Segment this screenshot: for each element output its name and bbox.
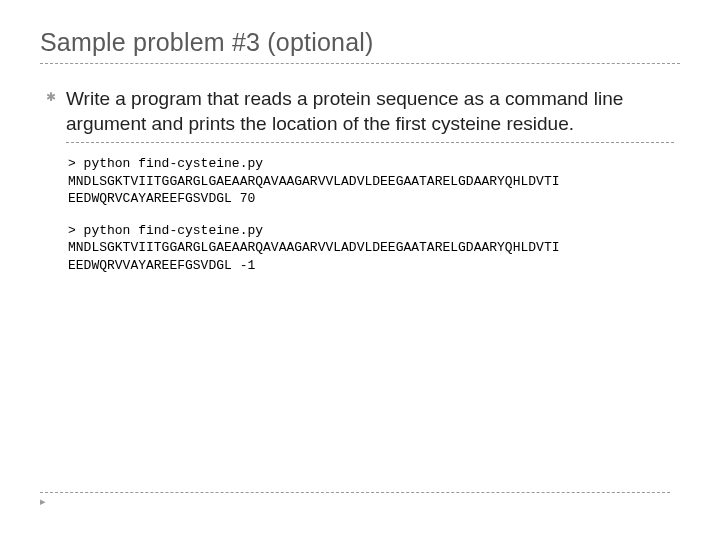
code-block-2: > python find-cysteine.py MNDLSGKTVIITGG… xyxy=(68,222,674,275)
bullet-item: ✱ Write a program that reads a protein s… xyxy=(46,86,674,143)
slide: Sample problem #3 (optional) ✱ Write a p… xyxy=(0,0,720,540)
slide-body: ✱ Write a program that reads a protein s… xyxy=(40,86,680,274)
code-line: MNDLSGKTVIITGGARGLGAEAARQAVAAGARVVLADVLD… xyxy=(68,173,674,191)
footer-divider: ▸ xyxy=(40,492,670,506)
title-block: Sample problem #3 (optional) xyxy=(40,28,680,64)
triangle-icon: ▸ xyxy=(40,496,46,507)
slide-title: Sample problem #3 (optional) xyxy=(40,28,680,57)
code-line: > python find-cysteine.py xyxy=(68,155,674,173)
code-line: > python find-cysteine.py xyxy=(68,222,674,240)
code-line: EEDWQRVCAYAREEFGSVDGL 70 xyxy=(68,190,674,208)
bullet-text: Write a program that reads a protein seq… xyxy=(66,86,674,143)
code-line: MNDLSGKTVIITGGARGLGAEAARQAVAAGARVVLADVLD… xyxy=(68,239,674,257)
asterisk-icon: ✱ xyxy=(46,91,56,103)
code-line: EEDWQRVVAYAREEFGSVDGL -1 xyxy=(68,257,674,275)
code-block-1: > python find-cysteine.py MNDLSGKTVIITGG… xyxy=(68,155,674,208)
